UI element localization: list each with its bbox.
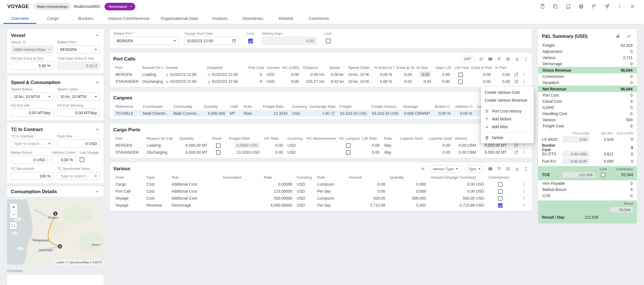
- cell-rate[interactable]: 6,000.00000: [262, 202, 295, 209]
- map-canvas[interactable]: Bergen Haugesund Stavanger Skien 1 2: [7, 200, 104, 265]
- various-type-filter[interactable]: Various Type: [429, 165, 461, 173]
- cell-uom[interactable]: MT: [228, 110, 242, 117]
- cell-amount[interactable]: 500.00: [347, 195, 387, 202]
- cell-currency[interactable]: USD: [285, 149, 304, 156]
- cell-quantity[interactable]: 6,000.00 MT: [177, 142, 210, 149]
- cell-days-ld[interactable]: 0.00: [434, 78, 452, 85]
- cell-in-port[interactable]: 0.00: [493, 71, 512, 78]
- cell-hc-rate[interactable]: 0.00: [262, 149, 285, 156]
- cell-quantity[interactable]: 6,000.000: [202, 110, 228, 117]
- cell-days-ld[interactable]: 0.00: [434, 71, 452, 78]
- cell-rule[interactable]: Rate: [242, 110, 261, 117]
- ld-fixed-checkbox[interactable]: [458, 80, 463, 84]
- cell-amount-voyage-currency[interactable]: 500.00 USD: [428, 195, 486, 202]
- commission-checkbox[interactable]: [498, 203, 503, 208]
- cell-from[interactable]: Port Call: [113, 188, 144, 195]
- cell-from[interactable]: Voyage: [113, 195, 144, 202]
- filter-icon[interactable]: [497, 57, 502, 62]
- commission-checkbox[interactable]: [498, 196, 503, 201]
- tab-invoices[interactable]: Invoices: [203, 13, 236, 24]
- book-button[interactable]: [564, 2, 572, 11]
- tab-downtimes[interactable]: Downtimes: [236, 13, 269, 24]
- sort-icon[interactable]: [479, 57, 484, 62]
- cell-extra-at-sea[interactable]: 0.00: [394, 71, 414, 78]
- hc-lumpsum-checkbox[interactable]: [346, 143, 351, 148]
- cell-at-sea[interactable]: 0.45: [414, 78, 434, 85]
- commission-checkbox[interactable]: [498, 189, 503, 194]
- kebab-icon[interactable]: [522, 150, 526, 155]
- chevron-up-icon[interactable]: [95, 33, 100, 38]
- chevron-up-icon[interactable]: [95, 127, 100, 132]
- collapse-icon[interactable]: [524, 166, 529, 171]
- vessel-select[interactable]: Mabl-mloeqmdtqw: [11, 45, 53, 53]
- cell-rate[interactable]: 500.00000: [262, 195, 295, 202]
- tc-benchmark-input[interactable]: 100 %: [11, 172, 53, 180]
- cell-rate[interactable]: 0.00000: [262, 181, 295, 188]
- cell-port[interactable]: STAVANGER: [113, 149, 145, 156]
- zoom-in-button[interactable]: +: [10, 204, 17, 211]
- type-filter[interactable]: Type: [465, 165, 484, 173]
- cell-quantity[interactable]: 0.000: [387, 188, 428, 195]
- cell-laytime-used[interactable]: 0.00: [427, 149, 452, 156]
- cell-distance[interactable]: 103.27 nm: [301, 78, 327, 85]
- cell-text[interactable]: Additonal Cost: [169, 181, 221, 188]
- cell-type[interactable]: Revenue: [144, 202, 169, 209]
- cell-amount-voyage-currency[interactable]: 0.00 USD: [428, 181, 486, 188]
- cell-hc-rate[interactable]: 0.00: [262, 142, 285, 149]
- flag-button[interactable]: [590, 2, 598, 11]
- cell-pct-extra[interactable]: 5.00 %: [372, 71, 394, 78]
- open-in-new-icon[interactable]: [514, 79, 518, 84]
- kebab-icon[interactable]: [522, 143, 526, 148]
- voyage-start-date-input[interactable]: 01/02/23 12:00: [184, 37, 239, 45]
- bar-chart-button[interactable]: [614, 32, 622, 40]
- cell-from[interactable]: Voyage: [113, 202, 144, 209]
- cell-freight-rate[interactable]: 0.0000 USD: [227, 142, 262, 149]
- kebab-icon[interactable]: [522, 79, 526, 84]
- commission-checkbox[interactable]: [498, 182, 503, 187]
- cell-rule[interactable]: Per day: [315, 188, 347, 195]
- cell-speed[interactable]: 0.00 kn: [327, 71, 346, 78]
- cell-ld-rate[interactable]: 0.00: [360, 149, 382, 156]
- cell-currency[interactable]: USD: [264, 71, 280, 78]
- cell-volume[interactable]: 0.00 CBM: [453, 142, 478, 149]
- fixed-checkbox[interactable]: [216, 143, 221, 148]
- cell-amount[interactable]: 0.00: [347, 181, 387, 188]
- tc-in-contract-select[interactable]: Type to search...: [11, 139, 53, 148]
- cell-amount[interactable]: 0.00: [347, 188, 387, 195]
- tab-comments[interactable]: Comments: [302, 13, 335, 24]
- rows-icon[interactable]: [506, 166, 511, 171]
- percent-extra-input[interactable]: 5.00 %: [11, 62, 53, 70]
- cell-laytime-term[interactable]: [398, 149, 427, 156]
- open-in-new-icon[interactable]: [23, 41, 26, 44]
- cell-speed-order[interactable]: 10 kn, 10 M...: [346, 78, 372, 85]
- cell-port-cost[interactable]: 0: [246, 71, 264, 78]
- menu-item-add-before[interactable]: Add Before: [481, 115, 534, 123]
- line-chart-button[interactable]: [625, 32, 633, 40]
- cell-from[interactable]: Cargo: [113, 181, 144, 188]
- cell-port[interactable]: BERGEN: [113, 71, 140, 78]
- cell-distance[interactable]: 0.00 nm: [301, 71, 327, 78]
- columns-icon[interactable]: [488, 57, 493, 62]
- cell-exchange-rate[interactable]: 1.00: [307, 110, 337, 117]
- fo-port-idle-input[interactable]: 0.00 MT/day: [11, 109, 53, 117]
- tab-cargo[interactable]: Cargo: [36, 13, 69, 24]
- cell-departed[interactable]: 01/02/23 12:00: [205, 71, 246, 78]
- last-voyage-checkbox[interactable]: [80, 157, 84, 162]
- tce-input[interactable]: 122,936: [562, 172, 595, 178]
- cell-type[interactable]: Cost: [144, 195, 169, 202]
- ballast-port-select[interactable]: BERGEN: [114, 37, 179, 45]
- speed-ballast-select[interactable]: 10 kn, 10 MT/d: [11, 92, 53, 101]
- cell-amount-voyage-currency[interactable]: 0.00 USD: [428, 188, 486, 195]
- menu-item-port-cost-history[interactable]: Port Cost History: [481, 107, 534, 115]
- hc-lumpsum-checkbox[interactable]: [346, 150, 351, 155]
- cell-extra-at-sea[interactable]: 0.02: [394, 78, 414, 85]
- rows-icon[interactable]: [506, 57, 511, 62]
- map-panel[interactable]: Bergen Haugesund Stavanger Skien 1 2 + −…: [7, 199, 104, 265]
- open-in-new-icon[interactable]: [331, 111, 335, 116]
- cell-address-commission[interactable]: 0.00 %: [453, 110, 475, 117]
- kebab-icon[interactable]: [522, 203, 526, 207]
- cell-reason[interactable]: Loading: [140, 71, 163, 78]
- cell-currency[interactable]: USD: [295, 181, 315, 188]
- cell-reason[interactable]: Loading: [145, 142, 177, 149]
- cell-hc-measurement[interactable]: [304, 149, 337, 156]
